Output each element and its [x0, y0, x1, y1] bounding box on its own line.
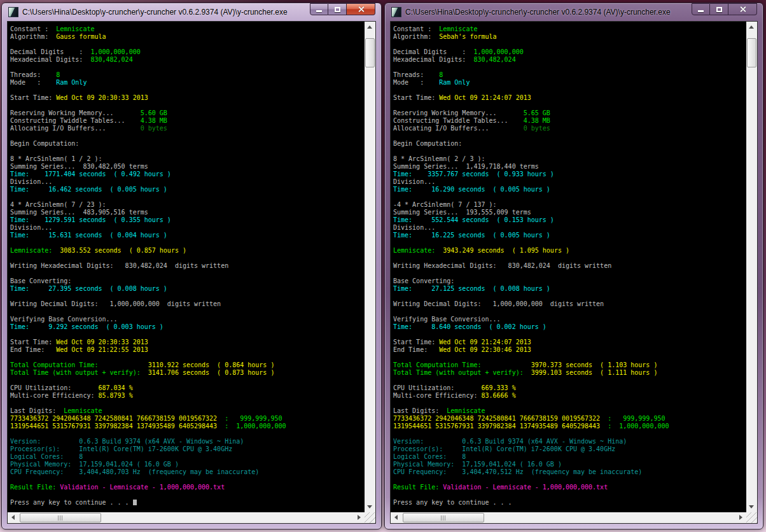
console-line: Summing Series... 483,905,516 terms	[10, 209, 365, 216]
thumb-grip-icon	[441, 515, 446, 521]
console-line: Time: 9.292 seconds ( 0.003 hours )	[10, 323, 365, 331]
console-line: Division...	[393, 224, 746, 232]
console-line	[10, 331, 365, 339]
console-viewport[interactable]: Constant : LemniscateAlgorithm: Sebah's …	[390, 21, 758, 524]
console-line: Time: 16.225 seconds ( 0.005 hours )	[393, 232, 746, 239]
maximize-button[interactable]	[710, 3, 728, 15]
console-line	[10, 64, 365, 71]
thumb-grip-icon	[58, 515, 63, 521]
maximize-icon	[335, 7, 340, 12]
console-window-right: C:\Users\Hina\Desktop\y-cruncher\y-crunc…	[384, 3, 763, 529]
console-line	[393, 102, 746, 109]
text-cursor	[133, 500, 137, 505]
minimize-icon	[698, 10, 704, 12]
console-line: Lemniscate: 3943.249 seconds ( 1.095 hou…	[393, 247, 746, 255]
minimize-button[interactable]	[692, 3, 710, 15]
console-line: Version: 0.6.3 Build 9374 (x64 AVX - Win…	[10, 438, 365, 445]
scroll-up-button[interactable]	[746, 22, 757, 32]
console-output: Constant : LemniscateAlgorithm: Sebah's …	[391, 22, 746, 512]
vertical-scroll-thumb[interactable]	[365, 38, 375, 67]
minimize-button[interactable]	[310, 3, 328, 15]
console-line: 7733436372 2942046348 7242580841 7666738…	[10, 415, 365, 423]
scroll-down-button[interactable]	[746, 501, 757, 512]
console-line: Mode : Ram Only	[393, 79, 746, 87]
console-line: Time: 1771.404 seconds ( 0.492 hours )	[10, 171, 365, 178]
console-line: Division...	[393, 178, 746, 186]
horizontal-scroll-thumb[interactable]	[20, 513, 101, 522]
scroll-left-button[interactable]	[391, 512, 401, 523]
console-line: Start Time: Wed Oct 09 21:24:07 2013	[393, 94, 746, 102]
maximize-button[interactable]	[328, 3, 347, 15]
console-line: Time: 15.631 seconds ( 0.004 hours )	[10, 232, 365, 239]
window-title: C:\Users\Hina\Desktop\y-cruncher\y-crunc…	[405, 8, 686, 17]
title-bar[interactable]: C:\Users\Hina\Desktop\y-cruncher\y-crunc…	[385, 3, 763, 21]
console-line	[10, 400, 365, 407]
console-line	[10, 430, 365, 438]
console-line	[393, 41, 746, 48]
title-bar[interactable]: C:\Users\Hina\Desktop\y-cruncher\y-crunc…	[2, 3, 381, 21]
console-line: -4 * ArcSinlemn( 7 / 137 ):	[393, 201, 746, 209]
console-line	[10, 41, 365, 48]
vertical-scrollbar[interactable]	[746, 22, 757, 512]
console-line	[393, 377, 746, 384]
console-line	[10, 132, 365, 140]
console-line: Constant : Lemniscate	[10, 25, 365, 33]
console-line: End Time: Wed Oct 09 21:22:55 2013	[10, 346, 365, 354]
console-line: Constructing Twiddle Tables... 4.38 MB	[393, 117, 746, 125]
scroll-up-button[interactable]	[365, 22, 375, 32]
console-line	[10, 476, 365, 484]
console-line: Total Computation Time: 3970.373 seconds…	[393, 361, 746, 369]
console-line: Decimal Digits : 1,000,000,000	[10, 48, 365, 56]
console-line: Threads: 8	[393, 71, 746, 79]
console-line	[10, 270, 365, 277]
console-line	[393, 331, 746, 339]
console-line: Verifying Base Conversion...	[10, 316, 365, 323]
console-line	[10, 239, 365, 247]
console-line: CPU Utilization: 669.333 %	[393, 384, 746, 392]
console-line: Press any key to continue . . .	[393, 499, 746, 507]
resize-grip[interactable]	[365, 512, 375, 523]
close-button[interactable]	[728, 3, 757, 15]
console-line: CPU Frequency: 3,404,480,703 Hz (frequen…	[10, 468, 365, 476]
console-line: 1319544651 5315767931 3397982384 1374935…	[10, 423, 365, 430]
scroll-right-button[interactable]	[354, 512, 365, 523]
console-line	[10, 354, 365, 361]
console-line: Physical Memory: 17,159,041,024 ( 16.0 G…	[393, 461, 746, 468]
console-line	[393, 430, 746, 438]
console-line: Result File: Validation - Lemniscate - 1…	[393, 484, 746, 491]
maximize-icon	[716, 7, 722, 12]
console-line	[393, 491, 746, 499]
console-line	[393, 293, 746, 300]
console-line: 4 * ArcSinlemn( 7 / 23 ):	[10, 201, 365, 209]
console-line	[10, 377, 365, 384]
vertical-scroll-thumb[interactable]	[747, 38, 756, 67]
scroll-right-button[interactable]	[735, 512, 746, 523]
resize-grip[interactable]	[746, 512, 757, 523]
console-line	[393, 87, 746, 94]
console-line: Time: 3357.767 seconds ( 0.933 hours )	[393, 171, 746, 178]
console-line: Logical Cores: 8	[10, 453, 365, 461]
console-line: Physical Memory: 17,159,041,024 ( 16.0 G…	[10, 461, 365, 468]
horizontal-scroll-thumb[interactable]	[403, 513, 484, 522]
console-line: Last Digits: Lemniscate	[10, 407, 365, 415]
close-button[interactable]	[347, 3, 375, 15]
console-line: Time: 16.462 seconds ( 0.005 hours )	[10, 186, 365, 193]
console-line: Threads: 8	[10, 71, 365, 79]
console-line	[10, 102, 365, 109]
console-line: Allocating I/O Buffers... 0 bytes	[393, 125, 746, 132]
close-icon	[358, 6, 365, 13]
console-line: Hexadecimal Digits: 830,482,024	[10, 56, 365, 64]
console-line: Total Time (with output + verify): 3141.…	[10, 369, 365, 377]
console-line: Press any key to continue . . .	[10, 499, 365, 507]
console-line	[393, 308, 746, 316]
vertical-scrollbar[interactable]	[365, 22, 375, 512]
horizontal-scrollbar[interactable]	[8, 512, 365, 523]
scroll-left-button[interactable]	[8, 512, 18, 523]
horizontal-scrollbar[interactable]	[391, 512, 746, 523]
console-line	[393, 64, 746, 71]
console-line: Total Time (with output + verify): 3999.…	[393, 369, 746, 377]
console-line: Hexadecimal Digits: 830,482,024	[393, 56, 746, 64]
console-viewport[interactable]: Constant : LemniscateAlgorithm: Gauss fo…	[7, 21, 376, 524]
scroll-down-button[interactable]	[365, 501, 375, 512]
console-line: 8 * ArcSinlemn( 1 / 2 ):	[10, 155, 365, 163]
